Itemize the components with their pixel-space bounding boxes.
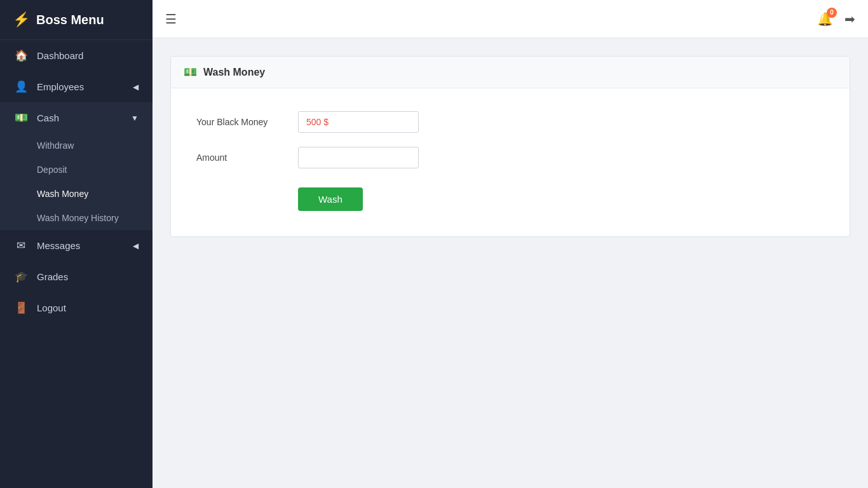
employees-arrow-icon: ◀ [133, 83, 139, 92]
content-area: 💵 Wash Money Your Black Money Amount Was… [153, 38, 868, 488]
sidebar-label-cash: Cash [37, 112, 59, 123]
sidebar-item-wash-money-history[interactable]: Wash Money History [0, 206, 153, 230]
logout-icon: 🚪 [14, 301, 28, 315]
sidebar-item-grades[interactable]: 🎓 Grades [0, 261, 153, 292]
card-header-icon: 💵 [184, 65, 197, 79]
sidebar-item-cash[interactable]: 💵 Cash ▼ [0, 102, 153, 133]
cash-arrow-icon: ▼ [131, 114, 139, 123]
sidebar-item-deposit[interactable]: Deposit [0, 158, 153, 182]
main: ☰ 🔔 0 ➡ 💵 Wash Money Your Black Money Am… [153, 0, 868, 488]
wash-button-row: Wash [196, 182, 824, 211]
app-title: Boss Menu [36, 13, 104, 27]
card-header: 💵 Wash Money [171, 57, 850, 88]
card-title: Wash Money [203, 67, 265, 78]
sidebar-label-employees: Employees [37, 81, 84, 92]
sidebar-item-logout[interactable]: 🚪 Logout [0, 292, 153, 323]
sidebar-label-grades: Grades [37, 271, 68, 282]
topbar-right: 🔔 0 ➡ [817, 11, 855, 27]
menu-toggle-button[interactable]: ☰ [165, 11, 177, 27]
notification-badge: 0 [827, 8, 837, 18]
card-body: Your Black Money Amount Wash [171, 88, 850, 236]
topbar: ☰ 🔔 0 ➡ [153, 0, 868, 38]
sidebar-item-wash-money[interactable]: Wash Money [0, 182, 153, 206]
sidebar-item-employees[interactable]: 👤 Employees ◀ [0, 71, 153, 102]
sidebar-item-dashboard[interactable]: 🏠 Dashboard [0, 40, 153, 71]
messages-arrow-icon: ◀ [133, 241, 139, 250]
notification-button[interactable]: 🔔 0 [817, 11, 833, 27]
wash-money-card: 💵 Wash Money Your Black Money Amount Was… [170, 56, 850, 237]
cash-section: 💵 Cash ▼ Withdraw Deposit Wash Money Was… [0, 102, 153, 230]
logout-topbar-button[interactable]: ➡ [844, 11, 855, 27]
black-money-row: Your Black Money [196, 111, 824, 133]
wash-button[interactable]: Wash [298, 187, 363, 211]
sidebar-label-messages: Messages [37, 240, 80, 251]
black-money-input[interactable] [298, 111, 419, 133]
sidebar-item-withdraw[interactable]: Withdraw [0, 133, 153, 158]
black-money-label: Your Black Money [196, 117, 298, 127]
bolt-icon: ⚡ [13, 11, 30, 28]
sidebar-header: ⚡ Boss Menu [0, 0, 153, 40]
dashboard-icon: 🏠 [14, 49, 28, 62]
sidebar: ⚡ Boss Menu 🏠 Dashboard 👤 Employees ◀ 💵 … [0, 0, 153, 488]
sidebar-label-dashboard: Dashboard [37, 50, 83, 61]
sidebar-item-messages[interactable]: ✉ Messages ◀ [0, 230, 153, 261]
amount-row: Amount [196, 147, 824, 168]
messages-icon: ✉ [14, 239, 28, 252]
amount-input[interactable] [298, 147, 419, 168]
sidebar-label-logout: Logout [37, 302, 66, 313]
employees-icon: 👤 [14, 80, 28, 93]
amount-label: Amount [196, 152, 298, 163]
grades-icon: 🎓 [14, 270, 28, 283]
cash-icon: 💵 [14, 111, 28, 125]
